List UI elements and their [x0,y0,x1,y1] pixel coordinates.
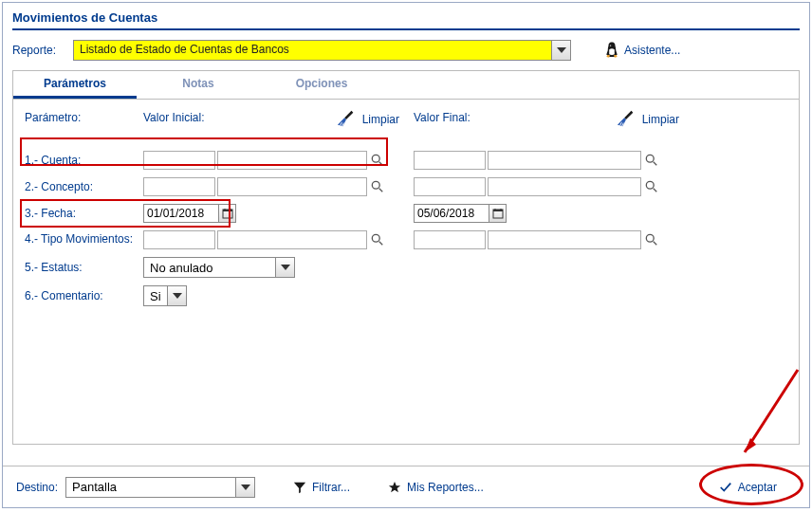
penguin-icon [605,42,618,59]
svg-point-17 [372,234,379,242]
comentario-select[interactable] [143,285,399,306]
svg-point-0 [610,45,611,46]
concepto-final-code-input[interactable] [414,177,486,196]
concepto-final-search-button[interactable] [644,179,659,194]
header-valor-final: Valor Final: [414,111,471,128]
check-icon [719,481,732,494]
report-row: Reporte: Listado de Estado de Cuentas de… [12,40,800,61]
estatus-select[interactable] [143,257,399,278]
star-icon [388,481,401,494]
assistant-button[interactable]: Asistente... [605,42,680,59]
concepto-final-desc-input[interactable] [488,177,641,196]
chevron-down-icon [241,485,250,490]
movimientos-window: Movimientos de Cuentas Reporte: Listado … [2,2,810,508]
svg-line-4 [654,162,657,166]
fecha-final-group [414,204,679,223]
comentario-dropdown-button[interactable] [168,285,187,306]
estatus-value[interactable] [143,257,276,278]
window-title: Movimientos de Cuentas [12,10,800,28]
chevron-down-icon [557,47,566,53]
search-icon [645,154,658,167]
assistant-label: Asistente... [624,44,680,57]
svg-line-20 [654,242,657,246]
panel: Parámetros Notas Opciones Parámetro: Val… [12,70,800,445]
svg-point-7 [646,181,654,189]
estatus-dropdown-button[interactable] [276,257,295,278]
concepto-inicial-search-button[interactable] [370,179,385,194]
bottom-bar: Destino: Filtrar... Mis Reportes... Acep… [3,466,809,507]
svg-point-5 [372,181,379,189]
param-comentario-label: 6.- Comentario: [25,289,143,302]
calendar-icon [222,208,233,219]
aceptar-label: Aceptar [738,481,777,494]
svg-point-3 [646,155,654,162]
concepto-inicial-group [143,177,399,196]
tipo-final-group [414,230,679,249]
aceptar-button[interactable]: Aceptar [719,481,777,494]
calendar-icon [492,208,504,219]
tipo-inicial-desc-input[interactable] [217,230,367,249]
tab-notas[interactable]: Notas [137,71,260,99]
mis-reportes-label: Mis Reportes... [407,481,484,494]
limpiar-inicial-label: Limpiar [362,113,399,126]
header-parametro: Parámetro: [25,111,143,128]
header-valor-inicial: Valor Inicial: [143,111,204,128]
param-estatus-label: 5.- Estatus: [25,261,143,274]
filtrar-label: Filtrar... [312,481,350,494]
svg-line-6 [379,189,383,192]
title-divider [12,28,800,30]
comentario-value[interactable] [143,285,168,306]
tipo-inicial-group [143,230,399,249]
fecha-inicial-group [143,204,399,223]
broom-icon [336,109,357,130]
header-valor-final-wrap: Valor Final: Limpiar [414,109,679,130]
search-icon [371,233,384,247]
tipo-final-desc-input[interactable] [488,230,641,249]
search-icon [645,180,658,193]
svg-line-2 [379,162,383,166]
fecha-final-calendar-button[interactable] [489,204,507,223]
tipo-final-code-input[interactable] [414,230,486,249]
cuenta-final-code-input[interactable] [414,151,486,170]
report-select-dropdown-button[interactable] [552,40,571,61]
report-select[interactable]: Listado de Estado de Cuentas de Bancos [73,40,571,61]
fecha-inicial-input[interactable] [143,204,219,223]
concepto-inicial-code-input[interactable] [143,177,215,196]
destino-select[interactable] [65,477,255,498]
destino-dropdown-button[interactable] [236,477,255,498]
fecha-final-input[interactable] [414,204,489,223]
tipo-inicial-search-button[interactable] [370,232,385,247]
header-valor-inicial-wrap: Valor Inicial: Limpiar [143,109,399,130]
fecha-inicial-calendar-button[interactable] [219,204,236,223]
cuenta-inicial-code-input[interactable] [143,151,215,170]
search-icon [645,233,658,247]
cuenta-final-search-button[interactable] [644,153,659,168]
tipo-final-search-button[interactable] [644,232,659,247]
concepto-final-group [414,177,679,196]
tab-parametros[interactable]: Parámetros [13,71,137,99]
tab-opciones[interactable]: Opciones [260,71,383,99]
svg-line-8 [654,189,657,192]
report-select-value: Listado de Estado de Cuentas de Bancos [73,40,552,61]
report-label: Reporte: [12,44,65,57]
svg-line-18 [379,242,383,246]
cuenta-final-desc-input[interactable] [488,151,641,170]
cuenta-inicial-group [143,151,399,170]
mis-reportes-button[interactable]: Mis Reportes... [388,481,484,494]
destino-label: Destino: [16,481,58,494]
param-fecha-label: 3.- Fecha: [25,207,143,220]
cuenta-inicial-search-button[interactable] [370,153,385,168]
cuenta-inicial-desc-input[interactable] [217,151,367,170]
tipo-inicial-code-input[interactable] [143,230,215,249]
panel-body: Parámetro: Valor Inicial: Limpiar Valor … [13,100,799,306]
chevron-down-icon [173,293,182,299]
broom-icon [616,109,637,130]
destino-value[interactable] [65,477,236,498]
limpiar-final-label: Limpiar [642,113,679,126]
limpiar-final-button[interactable]: Limpiar [616,109,679,130]
limpiar-inicial-button[interactable]: Limpiar [336,109,399,130]
concepto-inicial-desc-input[interactable] [217,177,367,196]
filtrar-button[interactable]: Filtrar... [293,481,350,494]
search-icon [371,154,384,167]
funnel-icon [293,481,306,494]
